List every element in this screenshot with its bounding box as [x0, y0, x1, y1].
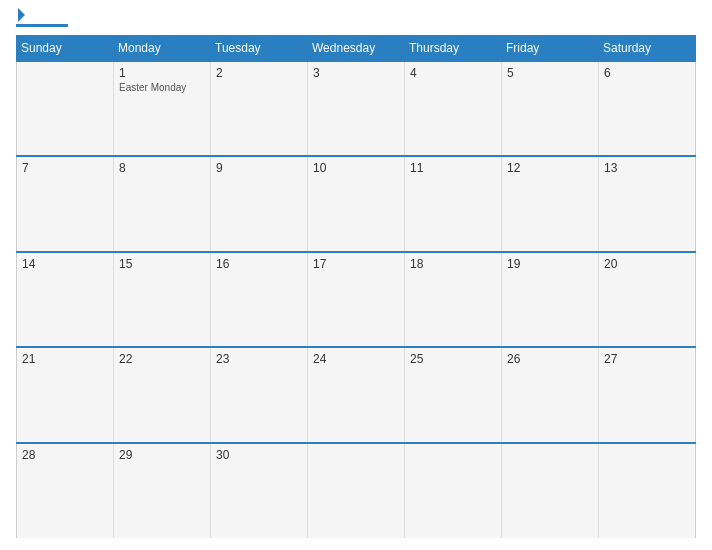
day-number: 10: [313, 161, 399, 175]
day-number: 29: [119, 448, 205, 462]
calendar-cell: [308, 443, 405, 538]
day-number: 14: [22, 257, 108, 271]
calendar-cell: [502, 443, 599, 538]
day-event: Easter Monday: [119, 82, 205, 93]
calendar-cell: 5: [502, 61, 599, 156]
day-number: 7: [22, 161, 108, 175]
day-number: 26: [507, 352, 593, 366]
calendar-week-row: 21222324252627: [17, 347, 696, 442]
calendar-page: SundayMondayTuesdayWednesdayThursdayFrid…: [0, 0, 712, 550]
calendar-week-row: 14151617181920: [17, 252, 696, 347]
calendar-cell: 8: [114, 156, 211, 251]
weekday-header-sunday: Sunday: [17, 36, 114, 62]
logo-underline: [16, 24, 68, 27]
calendar-cell: 13: [599, 156, 696, 251]
day-number: 16: [216, 257, 302, 271]
calendar-cell: 16: [211, 252, 308, 347]
calendar-cell: [599, 443, 696, 538]
calendar-header: [16, 12, 696, 27]
day-number: 23: [216, 352, 302, 366]
weekday-header-thursday: Thursday: [405, 36, 502, 62]
calendar-cell: 20: [599, 252, 696, 347]
calendar-cell: [17, 61, 114, 156]
calendar-cell: 25: [405, 347, 502, 442]
day-number: 4: [410, 66, 496, 80]
day-number: 1: [119, 66, 205, 80]
weekday-header-monday: Monday: [114, 36, 211, 62]
calendar-cell: 21: [17, 347, 114, 442]
logo-triangle-icon: [18, 8, 25, 22]
weekday-header-friday: Friday: [502, 36, 599, 62]
calendar-cell: 10: [308, 156, 405, 251]
calendar-cell: 22: [114, 347, 211, 442]
day-number: 19: [507, 257, 593, 271]
day-number: 30: [216, 448, 302, 462]
calendar-cell: 7: [17, 156, 114, 251]
calendar-cell: 2: [211, 61, 308, 156]
calendar-cell: 23: [211, 347, 308, 442]
calendar-cell: 26: [502, 347, 599, 442]
calendar-cell: 6: [599, 61, 696, 156]
calendar-cell: 9: [211, 156, 308, 251]
calendar-cell: 30: [211, 443, 308, 538]
day-number: 21: [22, 352, 108, 366]
day-number: 15: [119, 257, 205, 271]
calendar-cell: 18: [405, 252, 502, 347]
weekday-header-saturday: Saturday: [599, 36, 696, 62]
day-number: 27: [604, 352, 690, 366]
weekday-header-wednesday: Wednesday: [308, 36, 405, 62]
calendar-cell: 12: [502, 156, 599, 251]
calendar-cell: 24: [308, 347, 405, 442]
calendar-header-row: SundayMondayTuesdayWednesdayThursdayFrid…: [17, 36, 696, 62]
day-number: 22: [119, 352, 205, 366]
day-number: 25: [410, 352, 496, 366]
day-number: 12: [507, 161, 593, 175]
day-number: 8: [119, 161, 205, 175]
calendar-cell: 29: [114, 443, 211, 538]
day-number: 6: [604, 66, 690, 80]
calendar-cell: 28: [17, 443, 114, 538]
calendar-cell: 4: [405, 61, 502, 156]
calendar-cell: 15: [114, 252, 211, 347]
day-number: 17: [313, 257, 399, 271]
calendar-cell: [405, 443, 502, 538]
logo: [16, 12, 68, 27]
calendar-cell: 19: [502, 252, 599, 347]
calendar-week-row: 78910111213: [17, 156, 696, 251]
calendar-week-row: 1Easter Monday23456: [17, 61, 696, 156]
day-number: 24: [313, 352, 399, 366]
day-number: 2: [216, 66, 302, 80]
weekday-header-tuesday: Tuesday: [211, 36, 308, 62]
calendar-week-row: 282930: [17, 443, 696, 538]
calendar-cell: 17: [308, 252, 405, 347]
day-number: 13: [604, 161, 690, 175]
calendar-cell: 1Easter Monday: [114, 61, 211, 156]
calendar-cell: 14: [17, 252, 114, 347]
day-number: 9: [216, 161, 302, 175]
calendar-cell: 11: [405, 156, 502, 251]
day-number: 18: [410, 257, 496, 271]
day-number: 20: [604, 257, 690, 271]
calendar-cell: 3: [308, 61, 405, 156]
day-number: 3: [313, 66, 399, 80]
day-number: 28: [22, 448, 108, 462]
day-number: 5: [507, 66, 593, 80]
day-number: 11: [410, 161, 496, 175]
calendar-table: SundayMondayTuesdayWednesdayThursdayFrid…: [16, 35, 696, 538]
calendar-cell: 27: [599, 347, 696, 442]
